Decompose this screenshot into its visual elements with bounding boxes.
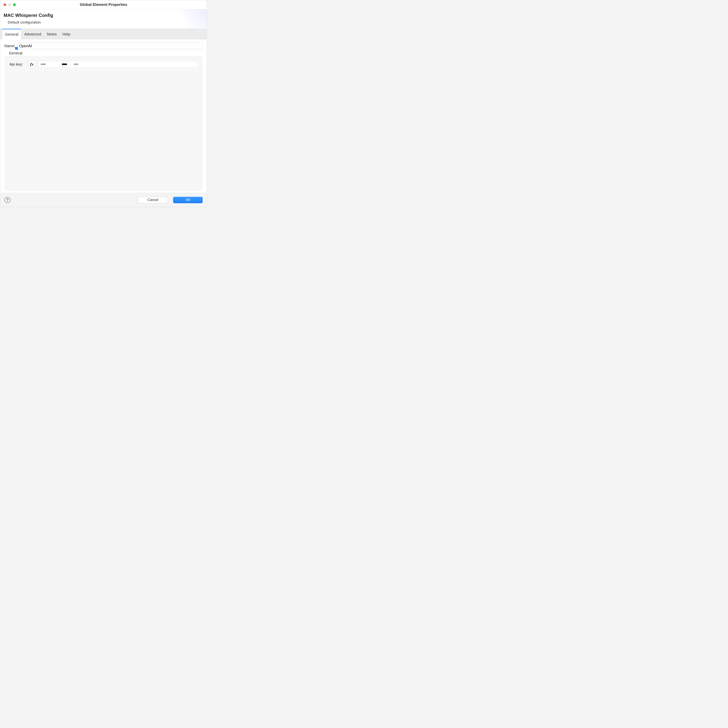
help-button[interactable]: ? xyxy=(5,197,11,203)
name-label: Name: i xyxy=(5,44,15,48)
help-icon: ? xyxy=(6,197,9,202)
window-title: Global Element Properties xyxy=(3,3,204,7)
tab-help[interactable]: Help xyxy=(60,29,73,39)
name-label-text: Name: xyxy=(5,44,15,48)
zoom-window-button[interactable] xyxy=(13,3,16,6)
general-section-label: General xyxy=(9,51,205,55)
tab-notes[interactable]: Notes xyxy=(44,29,59,39)
tab-advanced[interactable]: Advanced xyxy=(21,29,44,39)
name-row: Name: i xyxy=(3,43,205,49)
api-key-row: Api key: fx xyxy=(9,60,197,68)
redacted-segment xyxy=(62,64,67,65)
dialog-window: Global Element Properties MAC Whisperer … xyxy=(0,0,207,207)
expression-fx-button[interactable]: fx xyxy=(28,60,36,68)
tab-content: Name: i General Api key: fx xyxy=(0,39,207,193)
dialog-header: MAC Whisperer Config Default configurati… xyxy=(0,9,207,29)
redacted-segment xyxy=(74,64,78,65)
info-icon[interactable]: i xyxy=(15,47,18,50)
minimize-window-button xyxy=(8,3,11,6)
config-subtitle: Default configuration xyxy=(8,20,203,24)
ok-button[interactable]: OK xyxy=(173,197,203,203)
api-key-input[interactable] xyxy=(39,61,197,67)
api-key-label: Api key: xyxy=(9,62,25,67)
titlebar: Global Element Properties xyxy=(0,0,207,9)
dialog-footer: ? Cancel OK xyxy=(0,193,207,207)
tab-general[interactable]: General xyxy=(2,29,21,39)
window-controls xyxy=(4,3,16,6)
close-window-button[interactable] xyxy=(4,3,6,6)
tab-bar: General Advanced Notes Help xyxy=(0,29,207,39)
cancel-button[interactable]: Cancel xyxy=(138,197,168,203)
general-fieldset: Api key: fx xyxy=(5,57,202,191)
name-input[interactable] xyxy=(17,43,203,49)
config-title: MAC Whisperer Config xyxy=(4,13,203,18)
redacted-segment xyxy=(41,64,46,65)
